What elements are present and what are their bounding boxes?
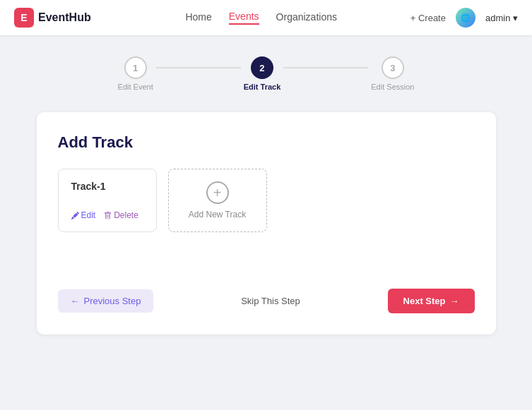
arrow-left-icon: ← [71, 296, 80, 306]
nav-home[interactable]: Home [185, 11, 211, 24]
nav-logo[interactable]: E EventHub [14, 8, 91, 28]
nav-organizations[interactable]: Organizations [276, 11, 337, 24]
previous-step-button[interactable]: ← Previous Step [58, 289, 154, 313]
track-actions: Edit Delete [71, 210, 143, 220]
track-name: Track-1 [71, 181, 143, 192]
step-2-circle: 2 [251, 56, 273, 79]
nav-right: + Create 🌐 admin ▾ [410, 8, 518, 28]
add-track-card: Add Track Track-1 Edit Delete [37, 112, 496, 334]
add-track-plus-icon: + [206, 181, 229, 204]
step-3-circle: 3 [382, 56, 404, 79]
stepper: 1 Edit Event 2 Edit Track 3 Edit Session [14, 56, 518, 91]
step-1-circle: 1 [124, 56, 147, 79]
track-edit-button[interactable]: Edit [71, 210, 96, 220]
step-2-label: Edit Track [244, 83, 281, 91]
step-line-2 [283, 67, 368, 68]
step-line-1 [156, 67, 241, 68]
edit-icon [71, 212, 79, 219]
navbar: E EventHub Home Events Organizations + C… [0, 0, 532, 35]
logo-text: EventHub [38, 11, 91, 24]
nav-events[interactable]: Events [229, 11, 259, 25]
card-footer: ← Previous Step Skip This Step Next Step… [58, 289, 475, 313]
logo-icon: E [14, 8, 34, 28]
step-2: 2 Edit Track [244, 56, 281, 91]
delete-icon [104, 212, 112, 219]
step-3-label: Edit Session [371, 83, 414, 91]
arrow-right-icon: → [450, 296, 459, 306]
skip-step-link[interactable]: Skip This Step [241, 296, 300, 306]
card-title: Add Track [58, 133, 475, 152]
tracks-container: Track-1 Edit Delete + Add New Track [58, 169, 475, 232]
next-step-button[interactable]: Next Step → [388, 289, 475, 313]
main-content: 1 Edit Event 2 Edit Track 3 Edit Session… [0, 35, 532, 356]
track-item: Track-1 Edit Delete [58, 169, 157, 232]
step-1: 1 Edit Event [118, 56, 153, 91]
add-track-label: Add New Track [189, 210, 246, 219]
create-button[interactable]: + Create [410, 13, 446, 23]
step-3: 3 Edit Session [371, 56, 414, 91]
track-delete-button[interactable]: Delete [104, 210, 138, 220]
admin-menu[interactable]: admin ▾ [485, 13, 518, 23]
nav-links: Home Events Organizations [112, 11, 410, 25]
add-new-track-button[interactable]: + Add New Track [168, 169, 267, 232]
step-1-label: Edit Event [118, 83, 153, 91]
avatar: 🌐 [456, 8, 475, 28]
